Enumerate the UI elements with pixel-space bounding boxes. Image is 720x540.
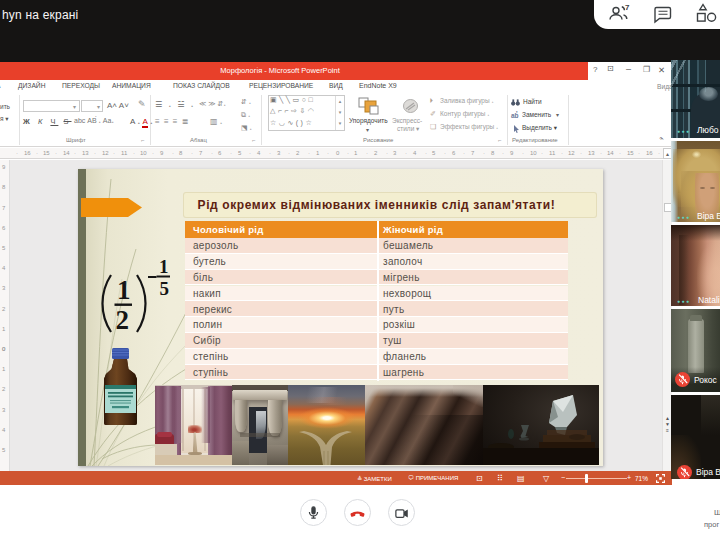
svg-text:2: 2 <box>116 305 130 335</box>
svg-text:1: 1 <box>159 256 169 277</box>
svg-text:7: 7 <box>625 3 630 12</box>
svg-text:1: 1 <box>117 275 131 305</box>
svg-text:5: 5 <box>160 278 170 299</box>
